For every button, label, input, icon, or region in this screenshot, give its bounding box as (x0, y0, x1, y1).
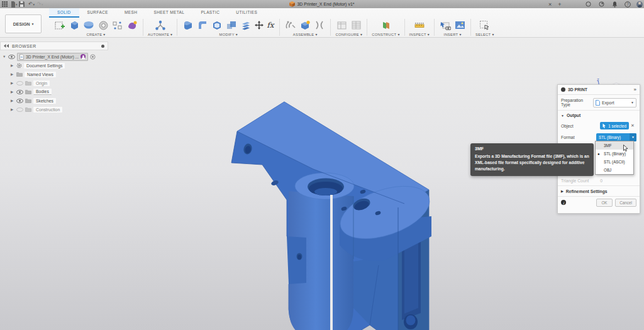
clear-selection-icon[interactable]: ✕ (629, 123, 636, 128)
shell-icon[interactable] (211, 19, 223, 31)
dialog-collapse-icon[interactable]: » (634, 87, 636, 92)
cancel-button[interactable]: Cancel (615, 199, 636, 207)
construction-plane-icon[interactable] (379, 19, 392, 31)
measure-icon[interactable] (413, 19, 426, 31)
ok-button[interactable]: OK (596, 199, 613, 207)
pattern-icon[interactable] (111, 19, 124, 31)
tab-surface[interactable]: SURFACE (79, 8, 117, 18)
group-label-configure[interactable]: CONFIGURE▾ (335, 33, 362, 37)
document-tab-close-icon[interactable]: × (548, 1, 552, 8)
insert-canvas-icon[interactable] (453, 19, 466, 31)
eye-icon[interactable] (16, 90, 23, 94)
group-label-automate[interactable]: AUTOMATE▾ (148, 33, 172, 37)
format-option-stl-binary[interactable]: ● STL (Binary) (596, 150, 633, 158)
group-automate: AUTOMATE▾ (143, 18, 177, 37)
document-tab-add-icon[interactable]: + (558, 1, 561, 8)
expand-arrow-icon[interactable]: ▶ (11, 107, 14, 111)
activate-component-icon[interactable] (90, 54, 96, 60)
group-label-construct[interactable]: CONSTRUCT▾ (372, 33, 399, 37)
expand-arrow-icon[interactable]: ▶ (11, 72, 14, 76)
refinement-settings-header[interactable]: ▶ Refinement Settings (558, 185, 640, 196)
tab-solid[interactable]: SOLID (49, 8, 79, 18)
tab-plastic[interactable]: PLASTIC (192, 8, 228, 18)
format-dropdown-menu: 3MF ● STL (Binary) STL (ASCII) OBJ (595, 141, 634, 175)
group-label-modify[interactable]: MODIFY▾ (219, 33, 238, 37)
eye-off-icon[interactable] (16, 107, 23, 112)
group-label-inspect[interactable]: INSPECT▾ (409, 33, 430, 37)
object-selection-button[interactable]: 1 selected (600, 122, 629, 129)
job-status-icon[interactable] (597, 1, 606, 8)
offset-face-icon[interactable] (240, 19, 252, 31)
browser-item-construction[interactable]: ▶ Construction (0, 105, 108, 114)
browser-item-sketches[interactable]: ▶ Sketches (0, 96, 108, 105)
browser-item-bodies[interactable]: ▶ Bodies (0, 87, 108, 96)
group-label-create[interactable]: CREATE▾ (86, 33, 105, 37)
user-avatar[interactable] (636, 1, 643, 8)
notifications-bell-icon[interactable] (610, 1, 619, 8)
selected-option-bullet: ● (597, 152, 600, 156)
expand-arrow-icon[interactable]: ▼ (3, 55, 6, 58)
move-icon[interactable] (254, 19, 264, 31)
document-tab[interactable]: 3D Printer_X End (Motor) v1* (0, 0, 644, 8)
hole-icon[interactable] (97, 19, 109, 31)
expand-arrow-icon[interactable]: ▶ (11, 81, 14, 85)
output-section-header[interactable]: ▼ Output (558, 110, 640, 120)
eye-icon[interactable] (16, 99, 23, 103)
expand-arrow-icon[interactable]: ▶ (11, 63, 14, 67)
new-component-icon[interactable] (299, 19, 311, 31)
group-label-select[interactable]: SELECT▾ (475, 33, 494, 37)
select-icon[interactable] (479, 19, 491, 31)
group-configure: CONFIGURE▾ (331, 18, 367, 37)
dialog-header[interactable]: 3D PRINT » (558, 85, 640, 95)
combine-icon[interactable] (225, 19, 238, 31)
browser-menu-icon[interactable] (101, 45, 104, 48)
configuration-icon[interactable] (335, 19, 348, 31)
fusion-360-window: TOP FRONT RIGHT Z X ▾ ↶▾ ↷▾ 3D Printer_X… (0, 0, 644, 330)
configuration-table-icon[interactable] (350, 19, 362, 31)
insert-derive-icon[interactable] (439, 19, 452, 31)
browser-header[interactable]: BROWSER (0, 41, 108, 50)
expand-arrow-icon[interactable]: ▶ (11, 90, 14, 94)
tab-mesh[interactable]: MESH (116, 8, 145, 18)
group-label-assemble[interactable]: ASSEMBLE▾ (293, 33, 318, 37)
format-label: Format (561, 135, 575, 140)
browser-item-label: Named Views (25, 72, 56, 77)
press-pull-icon[interactable] (182, 19, 194, 31)
3d-model-x-end-motor[interactable] (214, 88, 453, 330)
tab-utilities[interactable]: UTILITIES (228, 8, 265, 18)
browser-item-document-settings[interactable]: ▶ Document Settings (0, 61, 108, 70)
automate-icon[interactable] (154, 19, 167, 31)
create-form-icon[interactable] (126, 19, 138, 31)
option-label: STL (Binary) (604, 151, 626, 156)
joint-icon[interactable] (284, 19, 297, 31)
browser-item-label: Origin (33, 80, 50, 86)
eye-icon[interactable] (8, 55, 15, 59)
help-icon[interactable]: ? (623, 1, 632, 8)
folder-icon (25, 80, 31, 85)
browser-item-origin[interactable]: ▶ Origin (0, 79, 108, 87)
format-select[interactable]: STL (Binary) ▼ (596, 133, 636, 141)
format-option-3mf[interactable]: 3MF (596, 141, 633, 150)
sweep-icon[interactable] (82, 19, 95, 31)
group-construct: CONSTRUCT▾ (367, 18, 404, 37)
browser-item-named-views[interactable]: ▶ Named Views (0, 70, 108, 79)
rigid-group-icon[interactable] (313, 19, 326, 31)
create-sketch-icon[interactable] (53, 19, 66, 31)
primitive-box-icon[interactable] (68, 19, 80, 31)
output-section-label: Output (567, 113, 580, 118)
workspace-selector[interactable]: DESIGN ▾ (5, 14, 42, 33)
group-label-insert[interactable]: INSERT▾ (443, 33, 461, 37)
collapse-panel-icon[interactable] (4, 44, 9, 48)
extension-manager-icon[interactable] (584, 1, 592, 8)
change-parameters-icon[interactable]: fx (265, 19, 275, 31)
fillet-icon[interactable] (196, 19, 209, 31)
preparation-type-select[interactable]: Export ▼ (593, 98, 636, 107)
info-icon[interactable]: i (561, 200, 566, 205)
expand-arrow-icon[interactable]: ▶ (11, 99, 14, 102)
3mf-tooltip: 3MF Exports a 3D Manufacturing Format fi… (470, 143, 594, 176)
browser-root-row[interactable]: ▼ 3D Printer_X End (Motor) ... (0, 52, 108, 61)
tab-sheet-metal[interactable]: SHEET METAL (145, 8, 192, 18)
format-option-stl-ascii[interactable]: STL (ASCII) (596, 158, 633, 166)
eye-off-icon[interactable] (16, 81, 23, 85)
format-option-obj[interactable]: OBJ (596, 166, 633, 174)
